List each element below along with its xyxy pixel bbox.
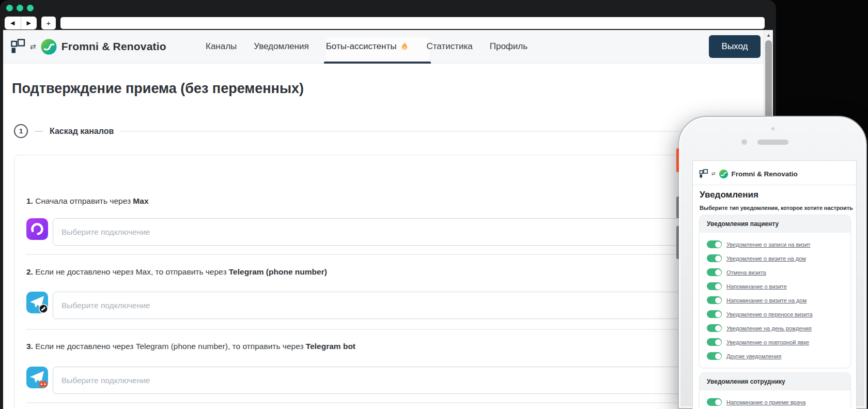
- back-button[interactable]: ◀: [5, 17, 21, 29]
- toggle-row: Другие уведомления: [707, 349, 850, 363]
- step-dash: [35, 131, 43, 132]
- phone-screen-subtitle: Выберите тип уведомления, которое хотите…: [700, 205, 853, 211]
- employee-card-title: Уведомления сотруднику: [700, 373, 850, 390]
- divider: [26, 402, 749, 403]
- renovatio-logo-icon: [40, 38, 57, 55]
- connection-input-2[interactable]: [53, 292, 749, 319]
- address-input[interactable]: [60, 17, 765, 29]
- toggle-row: Уведомление о записи на визит: [707, 237, 850, 251]
- scrollbar-up-button[interactable]: ▲: [764, 31, 773, 39]
- toggle-row: Уведомление на день рождения: [707, 321, 850, 335]
- connection-input-3[interactable]: [53, 367, 749, 394]
- notification-link[interactable]: Напоминание о визите: [726, 283, 787, 290]
- toggle-row: Уведомление о повторной явке: [707, 335, 850, 349]
- window-control-dot-3[interactable]: [27, 5, 34, 11]
- notification-link[interactable]: Уведомление на день рождения: [726, 325, 812, 331]
- notification-link[interactable]: Уведомление о повторной явке: [726, 339, 809, 345]
- logout-button[interactable]: Выход: [709, 35, 761, 58]
- step-number-badge: 1: [14, 124, 28, 138]
- fromni-logo-icon: [10, 39, 26, 54]
- phone-volume-down-button: [676, 226, 679, 259]
- page-title: Подтверждение приема (без переменных): [12, 81, 304, 97]
- renovatio-logo-icon: [719, 169, 729, 179]
- connection-input-1[interactable]: [53, 218, 749, 246]
- notification-link[interactable]: Напоминание о приеме врача: [726, 399, 805, 405]
- phone-speaker: [757, 140, 788, 145]
- window-titlebar: [0, 0, 776, 16]
- toggle-row: Уведомление о переносе визита: [707, 307, 850, 321]
- phone-brand-name: Fromni & Renovatio: [732, 170, 798, 178]
- toggle-switch-on[interactable]: [707, 240, 722, 248]
- section-label: Каскад каналов: [50, 127, 114, 136]
- back-icon: ◀: [10, 20, 14, 26]
- toggle-switch-on[interactable]: [707, 296, 722, 304]
- phone-header-divider: [693, 185, 856, 185]
- toggle-row: Напоминание о визите на дом: [707, 293, 850, 307]
- phone-brand-logo: ⇄ Fromni & Renovatio: [699, 167, 798, 180]
- toggle-row: Напоминание о приеме врача: [707, 395, 850, 409]
- notification-link[interactable]: Уведомление о визите на дом: [726, 255, 806, 262]
- notification-link[interactable]: Уведомление о переносе визита: [726, 311, 813, 317]
- employee-toggle-list: Напоминание о приеме врача: [700, 390, 850, 409]
- swap-arrows-icon: ⇄: [30, 42, 36, 51]
- fromni-logo-icon: [699, 169, 708, 178]
- employee-notifications-card: Уведомления сотруднику Напоминание о при…: [699, 372, 851, 409]
- browser-window: ◀ ▶ + ⇄: [0, 0, 776, 409]
- brand-name: Fromni & Renovatio: [61, 40, 166, 53]
- page-viewport: ⇄ Fromni & Renovatio Каналы Уведомления: [3, 30, 773, 409]
- toggle-switch-on[interactable]: [707, 282, 722, 290]
- brand-logo: ⇄ Fromni & Renovatio: [10, 30, 166, 63]
- patient-toggle-list: Уведомление о записи на визит Уведомлени…: [700, 233, 850, 363]
- nav-item-notifications[interactable]: Уведомления: [254, 41, 308, 52]
- phone-mute-switch: [676, 148, 679, 172]
- phone-screen-title: Уведомления: [700, 190, 758, 200]
- toggle-switch-on[interactable]: [707, 310, 722, 318]
- history-nav-group: ◀ ▶: [5, 17, 37, 29]
- window-control-dot-2[interactable]: [17, 5, 23, 11]
- nav-item-profile[interactable]: Профиль: [490, 41, 528, 52]
- toggle-switch-on[interactable]: [707, 324, 722, 332]
- divider: [26, 329, 749, 330]
- cascade-item-3-label: 3. Если не доставлено через Telegram (ph…: [26, 342, 355, 351]
- notification-link[interactable]: Напоминание о визите на дом: [726, 297, 807, 304]
- plus-icon: +: [47, 19, 51, 27]
- cascade-item-2-label: 2. Если не доставлено через Max, то отпр…: [26, 267, 327, 277]
- phone-volume-up-button: [676, 196, 679, 218]
- main-nav: Каналы Уведомления Боты-ассистенты Стати…: [206, 30, 528, 63]
- section-rule: [120, 131, 752, 132]
- nav-item-bot-assistants[interactable]: Боты-ассистенты: [326, 41, 410, 52]
- new-tab-button[interactable]: +: [41, 17, 56, 29]
- patient-notifications-card: Уведомления пациенту Уведомление о запис…: [699, 215, 851, 368]
- toggle-switch-on[interactable]: [707, 254, 722, 262]
- cascade-card: 1. Сначала отправить через Max 2. Если н…: [14, 155, 756, 409]
- scroll-up-icon: ▲: [766, 33, 771, 38]
- max-icon: [26, 218, 48, 240]
- notification-link[interactable]: Другие уведомления: [726, 353, 781, 359]
- phone-mockup: ⇄ Fromni & Renovatio Уведомления Выберит…: [678, 116, 867, 409]
- toggle-switch-on[interactable]: [707, 398, 722, 406]
- toggle-switch-on[interactable]: [707, 338, 722, 346]
- forward-icon: ▶: [27, 20, 31, 26]
- flame-icon: [400, 41, 409, 52]
- toggle-switch-on[interactable]: [707, 268, 722, 276]
- address-bar: [60, 17, 765, 29]
- forward-button[interactable]: ▶: [21, 17, 37, 29]
- toggle-row: Уведомление о визите на дом: [707, 251, 850, 265]
- telegram-phone-icon: [26, 292, 48, 313]
- swap-arrows-icon: ⇄: [711, 171, 716, 176]
- nav-item-statistics[interactable]: Статистика: [426, 41, 472, 52]
- cascade-item-1-label: 1. Сначала отправить через Max: [26, 196, 149, 206]
- phone-sensor-dot: [771, 127, 774, 130]
- nav-item-channels[interactable]: Каналы: [206, 41, 237, 52]
- browser-toolbar: ◀ ▶ +: [0, 16, 776, 30]
- notification-link[interactable]: Отмена визита: [726, 269, 766, 276]
- toggle-row: Напоминание о визите: [707, 279, 850, 293]
- toggle-row: Отмена визита: [707, 265, 850, 279]
- toggle-switch-on[interactable]: [707, 352, 722, 360]
- notification-link[interactable]: Уведомление о записи на визит: [726, 241, 811, 248]
- patient-card-title: Уведомления пациенту: [700, 215, 850, 233]
- window-control-dot-1[interactable]: [6, 5, 13, 11]
- phone-screen: ⇄ Fromni & Renovatio Уведомления Выберит…: [692, 160, 857, 409]
- telegram-bot-icon: [26, 367, 48, 388]
- active-tab-underline: [324, 62, 431, 64]
